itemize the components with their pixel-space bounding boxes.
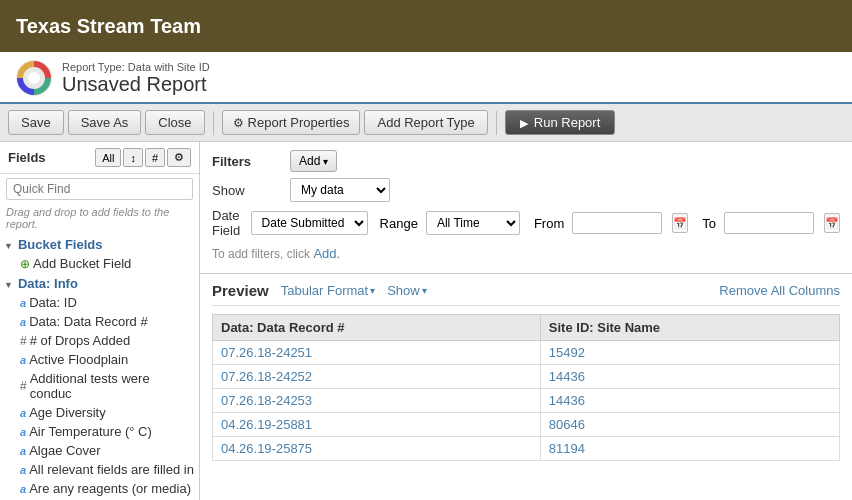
table-row: 04.26.19-2588180646: [213, 413, 840, 437]
report-title-text: Report Type: Data with Site ID Unsaved R…: [62, 61, 210, 96]
from-date-input[interactable]: [572, 212, 662, 234]
quick-find-input[interactable]: [6, 178, 193, 200]
alpha-icon: a: [20, 407, 26, 419]
hash-sort-btn[interactable]: #: [145, 148, 165, 167]
bucket-fields-group[interactable]: Bucket Fields: [0, 234, 199, 254]
app-title: Texas Stream Team: [16, 15, 201, 38]
report-properties-button[interactable]: ⚙ Report Properties: [222, 110, 361, 135]
list-item[interactable]: a All relevant fields are filled in: [0, 460, 199, 479]
add-filters-hint: To add filters, click Add.: [212, 238, 840, 265]
toolbar-separator: [213, 111, 214, 135]
remove-all-columns-button[interactable]: Remove All Columns: [719, 283, 840, 298]
alpha-icon: a: [20, 464, 26, 476]
right-panel: Filters Add Show My data All data Shared…: [200, 142, 852, 500]
close-button[interactable]: Close: [145, 110, 204, 135]
add-filters-link[interactable]: Add.: [313, 246, 340, 261]
fields-settings-btn[interactable]: ⚙: [167, 148, 191, 167]
hash-icon: #: [20, 334, 27, 348]
record-cell[interactable]: 07.26.18-24253: [213, 389, 541, 413]
hash-icon: #: [20, 379, 27, 393]
data-info-group[interactable]: Data: Info: [0, 273, 199, 293]
date-field-label: Date Field: [212, 208, 243, 238]
alpha-icon: a: [20, 426, 26, 438]
show-select[interactable]: My data All data Shared data: [290, 178, 390, 202]
column-header-site: Site ID: Site Name: [540, 315, 839, 341]
add-bucket-field-item[interactable]: Add Bucket Field: [0, 254, 199, 273]
filters-row: Filters Add: [212, 150, 840, 172]
list-item[interactable]: a Age Diversity: [0, 403, 199, 422]
record-cell[interactable]: 07.26.18-24251: [213, 341, 541, 365]
range-select[interactable]: All Time Today This Week This Month Cust…: [426, 211, 520, 235]
fields-title: Fields: [8, 150, 46, 165]
alpha-icon: a: [20, 316, 26, 328]
from-label: From: [534, 216, 564, 231]
list-item[interactable]: a Air Temperature (° C): [0, 422, 199, 441]
list-item[interactable]: a Data: Data Record #: [0, 312, 199, 331]
site-cell[interactable]: 14436: [540, 365, 839, 389]
filters-add-button[interactable]: Add: [290, 150, 337, 172]
table-row: 07.26.18-2425214436: [213, 365, 840, 389]
record-cell[interactable]: 04.26.19-25875: [213, 437, 541, 461]
show-tab[interactable]: Show: [387, 283, 427, 298]
fields-type-buttons: All ↕ # ⚙: [95, 148, 191, 167]
site-cell[interactable]: 14436: [540, 389, 839, 413]
add-bucket-icon: [20, 257, 30, 271]
filters-label: Filters: [212, 154, 282, 169]
drag-hint: Drag and drop to add fields to the repor…: [0, 204, 199, 234]
list-item[interactable]: a Data: ID: [0, 293, 199, 312]
alpha-icon: a: [20, 297, 26, 309]
table-row: 04.26.19-2587581194: [213, 437, 840, 461]
bucket-fields-label: Bucket Fields: [18, 237, 103, 252]
main-content: Fields All ↕ # ⚙ Drag and drop to add fi…: [0, 142, 852, 500]
collapse-icon: [4, 237, 15, 252]
data-info-label: Data: Info: [18, 276, 78, 291]
column-header-record: Data: Data Record #: [213, 315, 541, 341]
from-calendar-icon[interactable]: 📅: [672, 213, 688, 233]
add-report-type-button[interactable]: Add Report Type: [364, 110, 487, 135]
fields-header: Fields All ↕ # ⚙: [0, 142, 199, 174]
site-cell[interactable]: 81194: [540, 437, 839, 461]
save-button[interactable]: Save: [8, 110, 64, 135]
date-row: Date Field Date Submitted Date Entered R…: [212, 208, 840, 238]
tabular-format-tab[interactable]: Tabular Format: [281, 283, 375, 298]
fields-panel: Fields All ↕ # ⚙ Drag and drop to add fi…: [0, 142, 200, 500]
collapse-icon2: [4, 276, 15, 291]
to-label: To: [702, 216, 716, 231]
alpha-icon: a: [20, 354, 26, 366]
site-cell[interactable]: 80646: [540, 413, 839, 437]
gear-icon: ⚙: [233, 116, 244, 130]
record-cell[interactable]: 04.26.19-25881: [213, 413, 541, 437]
list-item[interactable]: a Active Floodplain: [0, 350, 199, 369]
fields-tree: Bucket Fields Add Bucket Field Data: Inf…: [0, 234, 199, 500]
save-as-button[interactable]: Save As: [68, 110, 142, 135]
list-item[interactable]: a Are any reagents (or media): [0, 479, 199, 498]
record-cell[interactable]: 07.26.18-24252: [213, 365, 541, 389]
date-field-select[interactable]: Date Submitted Date Entered: [251, 211, 368, 235]
toolbar-separator2: [496, 111, 497, 135]
alpha-icon: a: [20, 483, 26, 495]
table-row: 07.26.18-2425314436: [213, 389, 840, 413]
report-name: Unsaved Report: [62, 73, 210, 96]
run-report-button[interactable]: Run Report: [505, 110, 615, 135]
all-fields-btn[interactable]: All: [95, 148, 121, 167]
alpha-icon: a: [20, 445, 26, 457]
site-cell[interactable]: 15492: [540, 341, 839, 365]
report-logo-icon: [16, 60, 52, 96]
filters-area: Filters Add Show My data All data Shared…: [200, 142, 852, 274]
preview-header: Preview Tabular Format Show Remove All C…: [212, 282, 840, 306]
list-item[interactable]: a Algae Cover: [0, 441, 199, 460]
preview-area: Preview Tabular Format Show Remove All C…: [200, 274, 852, 500]
preview-table: Data: Data Record # Site ID: Site Name 0…: [212, 314, 840, 461]
preview-title: Preview: [212, 282, 269, 299]
app-header: Texas Stream Team: [0, 0, 852, 52]
list-item[interactable]: # # of Drops Added: [0, 331, 199, 350]
add-bucket-label: Add Bucket Field: [33, 256, 131, 271]
list-item[interactable]: # Additional tests were conduc: [0, 369, 199, 403]
alpha-sort-btn[interactable]: ↕: [123, 148, 143, 167]
show-row: Show My data All data Shared data: [212, 178, 840, 202]
report-title-area: Report Type: Data with Site ID Unsaved R…: [0, 52, 852, 104]
to-date-input[interactable]: [724, 212, 814, 234]
to-calendar-icon[interactable]: 📅: [824, 213, 840, 233]
show-label: Show: [212, 183, 282, 198]
toolbar: Save Save As Close ⚙ Report Properties A…: [0, 104, 852, 142]
